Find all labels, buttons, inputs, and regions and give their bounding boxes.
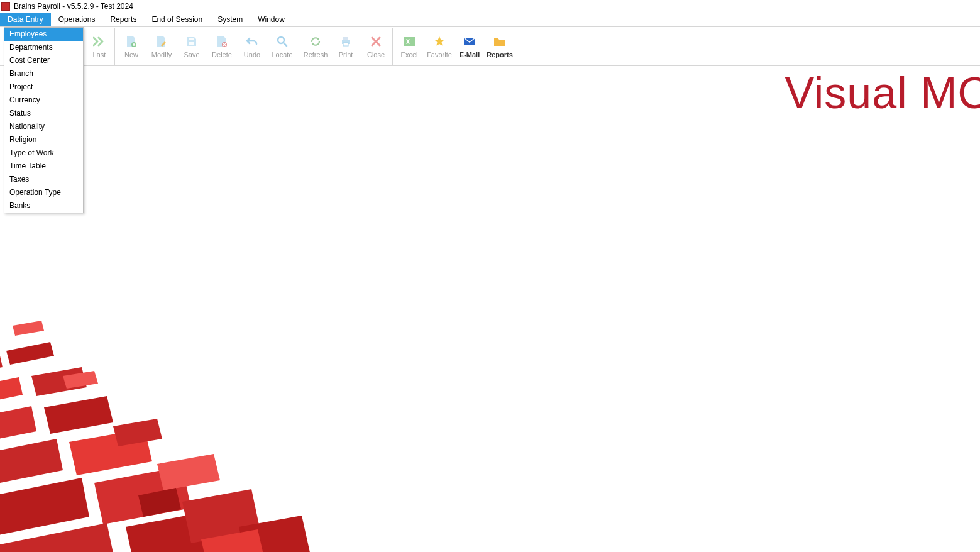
excel-icon: [402, 35, 416, 48]
reports-label: Reports: [487, 51, 513, 58]
search-icon: [275, 35, 289, 48]
dropdown-project[interactable]: Project: [4, 80, 83, 94]
dropdown-type-of-work[interactable]: Type of Work: [4, 146, 83, 160]
new-label: New: [124, 51, 138, 58]
file-edit-icon: [155, 35, 168, 48]
svg-rect-7: [343, 43, 348, 46]
print-label: Print: [339, 51, 353, 58]
svg-rect-8: [404, 37, 415, 46]
refresh-button[interactable]: Refresh: [300, 28, 331, 65]
double-chevron-right-icon: [92, 35, 106, 48]
envelope-icon: [463, 35, 476, 48]
modify-button[interactable]: Modify: [146, 28, 177, 65]
menu-reports[interactable]: Reports: [102, 13, 144, 26]
delete-label: Delete: [212, 51, 232, 58]
dropdown-nationality[interactable]: Nationality: [4, 120, 83, 133]
locate-button[interactable]: Locate: [267, 28, 297, 65]
close-button[interactable]: Close: [361, 28, 391, 65]
favorite-button[interactable]: Favorite: [424, 28, 454, 65]
toolbar: Last New Modify Save Delete: [0, 27, 980, 66]
svg-rect-2: [189, 42, 194, 45]
dropdown-cost-center[interactable]: Cost Center: [4, 54, 83, 67]
svg-marker-26: [239, 516, 312, 552]
close-label: Close: [367, 51, 385, 58]
menu-data-entry[interactable]: Data Entry: [0, 13, 51, 26]
svg-marker-30: [201, 529, 267, 552]
data-entry-dropdown: Employees Departments Cost Center Branch…: [4, 27, 84, 213]
svg-marker-13: [31, 367, 87, 396]
dropdown-taxes[interactable]: Taxes: [4, 173, 83, 186]
window-title: Brains Payroll - v5.5.2.9 - Test 2024: [14, 2, 133, 11]
svg-marker-14: [0, 406, 36, 445]
dropdown-status[interactable]: Status: [4, 107, 83, 120]
excel-label: Excel: [401, 51, 418, 58]
dropdown-branch[interactable]: Branch: [4, 67, 83, 80]
svg-marker-27: [13, 321, 44, 336]
file-plus-icon: [124, 35, 138, 48]
svg-marker-21: [126, 508, 238, 552]
dropdown-employees[interactable]: Employees: [4, 28, 83, 41]
svg-rect-1: [189, 38, 194, 40]
modify-label: Modify: [151, 51, 172, 58]
svg-marker-19: [94, 466, 191, 524]
svg-marker-20: [0, 523, 117, 552]
svg-marker-29: [138, 488, 181, 517]
delete-button[interactable]: Delete: [207, 28, 237, 65]
save-button[interactable]: Save: [177, 28, 207, 65]
undo-button[interactable]: Undo: [237, 28, 267, 65]
file-delete-icon: [215, 35, 229, 48]
menu-window[interactable]: Window: [250, 13, 292, 26]
email-button[interactable]: E-Mail: [454, 28, 485, 65]
menu-operations[interactable]: Operations: [51, 13, 103, 26]
excel-button[interactable]: Excel: [394, 28, 424, 65]
undo-arrow-icon: [245, 35, 259, 48]
floppy-disk-icon: [185, 35, 199, 48]
dropdown-operation-type[interactable]: Operation Type: [4, 186, 83, 199]
svg-marker-12: [0, 377, 23, 406]
dropdown-banks[interactable]: Banks: [4, 199, 83, 213]
dropdown-time-table[interactable]: Time Table: [4, 160, 83, 173]
print-button[interactable]: Print: [331, 28, 361, 65]
background-art: [0, 275, 352, 552]
svg-marker-11: [6, 342, 54, 365]
refresh-icon: [309, 35, 322, 48]
undo-label: Undo: [244, 51, 260, 58]
last-label: Last: [93, 51, 106, 58]
svg-marker-17: [69, 429, 152, 475]
menu-bar: Data Entry Operations Reports End of Ses…: [0, 13, 980, 27]
new-button[interactable]: New: [116, 28, 146, 65]
svg-marker-15: [44, 396, 113, 434]
email-label: E-Mail: [460, 51, 480, 58]
title-bar: Brains Payroll - v5.5.2.9 - Test 2024: [0, 0, 980, 13]
reports-button[interactable]: Reports: [485, 28, 515, 65]
svg-marker-24: [63, 371, 98, 389]
save-label: Save: [184, 51, 199, 58]
svg-marker-23: [113, 419, 162, 446]
svg-marker-18: [0, 478, 89, 541]
svg-marker-22: [157, 454, 220, 490]
favorite-label: Favorite: [427, 51, 452, 58]
printer-icon: [339, 35, 353, 48]
menu-end-of-session[interactable]: End of Session: [144, 13, 210, 26]
background-brand-text: Visual MO: [785, 68, 980, 118]
svg-marker-10: [0, 356, 3, 375]
svg-rect-6: [343, 37, 348, 40]
refresh-label: Refresh: [304, 51, 328, 58]
star-icon: [432, 35, 446, 48]
dropdown-religion[interactable]: Religion: [4, 133, 83, 146]
svg-marker-25: [182, 489, 260, 543]
svg-marker-16: [0, 439, 63, 489]
dropdown-currency[interactable]: Currency: [4, 94, 83, 107]
app-icon: [1, 2, 10, 11]
last-button[interactable]: Last: [85, 28, 113, 65]
locate-label: Locate: [272, 51, 292, 58]
menu-system[interactable]: System: [210, 13, 250, 26]
dropdown-departments[interactable]: Departments: [4, 41, 83, 54]
close-x-icon: [369, 35, 383, 48]
folder-icon: [493, 35, 507, 48]
